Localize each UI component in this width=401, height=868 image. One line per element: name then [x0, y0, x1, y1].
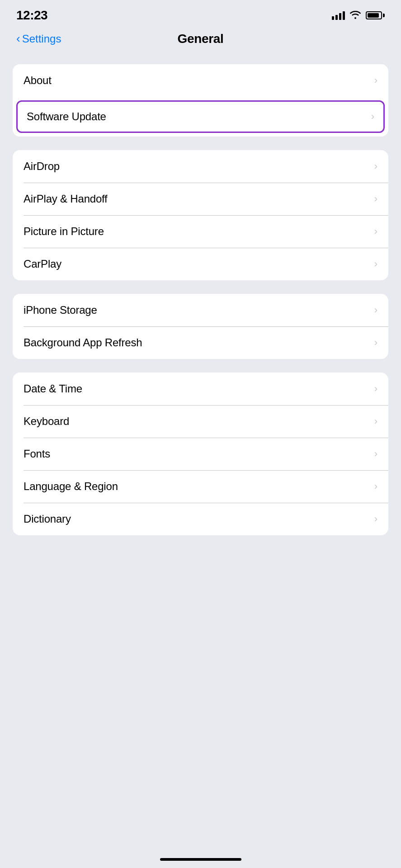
settings-row-date-time[interactable]: Date & Time ›: [13, 373, 388, 405]
settings-row-keyboard[interactable]: Keyboard ›: [13, 405, 388, 438]
airplay-label: AirPlay & Handoff: [24, 193, 108, 205]
settings-section-2: AirDrop › AirPlay & Handoff › Picture in…: [13, 150, 388, 280]
background-app-refresh-label: Background App Refresh: [24, 336, 142, 349]
picture-in-picture-label: Picture in Picture: [24, 225, 104, 238]
keyboard-label: Keyboard: [24, 415, 69, 428]
dictionary-label: Dictionary: [24, 513, 71, 525]
date-time-label: Date & Time: [24, 382, 82, 395]
settings-row-picture-in-picture[interactable]: Picture in Picture ›: [13, 215, 388, 248]
software-update-wrapper: Software Update ›: [13, 97, 388, 137]
settings-section-1: About › Software Update ›: [13, 64, 388, 137]
chevron-icon: ›: [374, 415, 377, 427]
chevron-icon: ›: [374, 258, 377, 270]
airdrop-label: AirDrop: [24, 160, 60, 173]
status-time: 12:23: [16, 8, 47, 23]
battery-icon: [366, 11, 385, 19]
settings-row-fonts[interactable]: Fonts ›: [13, 438, 388, 470]
signal-icon: [332, 11, 345, 20]
status-bar: 12:23: [0, 0, 401, 27]
back-button[interactable]: ‹ Settings: [16, 33, 61, 46]
back-label: Settings: [22, 33, 61, 45]
settings-row-background-app-refresh[interactable]: Background App Refresh ›: [13, 326, 388, 359]
nav-header: ‹ Settings General: [0, 27, 401, 55]
chevron-icon: ›: [374, 193, 377, 205]
language-region-label: Language & Region: [24, 480, 118, 493]
settings-row-dictionary[interactable]: Dictionary ›: [13, 503, 388, 535]
chevron-icon: ›: [374, 337, 377, 349]
chevron-icon: ›: [374, 448, 377, 460]
chevron-icon: ›: [374, 383, 377, 395]
chevron-icon: ›: [374, 160, 377, 172]
chevron-icon: ›: [374, 304, 377, 316]
settings-row-about[interactable]: About ›: [13, 64, 388, 97]
wifi-icon: [349, 10, 361, 21]
settings-row-carplay[interactable]: CarPlay ›: [13, 248, 388, 280]
iphone-storage-label: iPhone Storage: [24, 304, 97, 316]
carplay-label: CarPlay: [24, 258, 61, 270]
settings-row-language-region[interactable]: Language & Region ›: [13, 470, 388, 503]
home-indicator: [160, 858, 241, 861]
settings-content: About › Software Update › AirDrop › AirP…: [0, 55, 401, 558]
chevron-icon: ›: [371, 111, 374, 123]
status-icons: [332, 10, 385, 21]
page-title: General: [177, 32, 223, 46]
chevron-icon: ›: [374, 226, 377, 237]
software-update-label: Software Update: [27, 110, 106, 123]
settings-row-iphone-storage[interactable]: iPhone Storage ›: [13, 294, 388, 326]
chevron-icon: ›: [374, 513, 377, 525]
settings-row-airplay[interactable]: AirPlay & Handoff ›: [13, 183, 388, 215]
settings-row-software-update[interactable]: Software Update ›: [16, 100, 385, 133]
settings-row-airdrop[interactable]: AirDrop ›: [13, 150, 388, 183]
chevron-icon: ›: [374, 481, 377, 492]
fonts-label: Fonts: [24, 448, 50, 460]
settings-section-4: Date & Time › Keyboard › Fonts › Languag…: [13, 373, 388, 535]
settings-section-3: iPhone Storage › Background App Refresh …: [13, 294, 388, 359]
about-label: About: [24, 74, 52, 87]
back-chevron-icon: ‹: [16, 32, 20, 46]
chevron-icon: ›: [374, 75, 377, 86]
